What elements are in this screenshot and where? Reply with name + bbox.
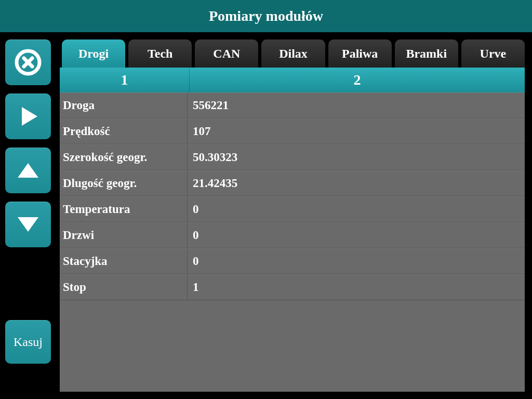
tab-paliwa[interactable]: Paliwa — [328, 39, 392, 68]
sidebar-spacer — [5, 256, 56, 312]
tab-drogi[interactable]: Drogi — [62, 39, 125, 68]
row-value-temperatura: 0 — [188, 197, 525, 222]
close-button[interactable] — [5, 39, 51, 85]
row-value-drzwi: 0 — [188, 223, 525, 248]
row-value-stop: 1 — [188, 275, 525, 300]
tab-urve[interactable]: Urve — [461, 39, 525, 68]
app-body: Kasuj Drogi Tech CAN Dilax Paliwa Bramki… — [0, 32, 532, 399]
close-circle-icon — [14, 48, 43, 77]
row-value-szerokosc: 50.30323 — [188, 145, 525, 170]
row-value-droga: 556221 — [188, 93, 525, 118]
data-table: Droga 556221 Prędkość 107 Szerokość geog… — [60, 92, 525, 392]
play-button[interactable] — [5, 94, 51, 139]
subtab-2[interactable]: 2 — [190, 68, 525, 92]
row-value-dlugosc: 21.42435 — [188, 171, 525, 196]
tab-can[interactable]: CAN — [195, 39, 258, 68]
row-label-predkosc: Prędkość — [60, 119, 188, 144]
row-value-stacyjka: 0 — [188, 249, 525, 274]
triangle-down-icon — [16, 212, 41, 237]
row-value-predkosc: 107 — [188, 119, 525, 144]
down-button[interactable] — [5, 202, 51, 247]
table-row: Stop 1 — [60, 274, 525, 300]
row-label-stop: Stop — [60, 275, 188, 300]
table-row: Stacyjka 0 — [60, 248, 525, 274]
row-label-stacyjka: Stacyjka — [60, 249, 188, 274]
table-row: Temperatura 0 — [60, 196, 525, 222]
row-label-szerokosc: Szerokość geogr. — [60, 145, 188, 170]
row-label-dlugosc: Dlugość geogr. — [60, 171, 188, 196]
subtab-1[interactable]: 1 — [60, 68, 190, 92]
svg-marker-3 — [22, 107, 37, 126]
kasuj-button[interactable]: Kasuj — [5, 320, 51, 364]
row-label-droga: Droga — [60, 93, 188, 118]
svg-marker-5 — [18, 217, 38, 232]
page-title: Pomiary modułów — [209, 8, 323, 24]
table-row: Dlugość geogr. 21.42435 — [60, 170, 525, 196]
table-row: Szerokość geogr. 50.30323 — [60, 144, 525, 170]
table-row: Prędkość 107 — [60, 118, 525, 144]
app-header: Pomiary modułów — [0, 0, 532, 32]
tab-tech[interactable]: Tech — [128, 39, 192, 68]
tab-dilax[interactable]: Dilax — [261, 39, 325, 68]
svg-marker-4 — [18, 163, 38, 178]
table-row: Droga 556221 — [60, 92, 525, 118]
row-label-drzwi: Drzwi — [60, 223, 188, 248]
main-panel: Drogi Tech CAN Dilax Paliwa Bramki Urve … — [60, 32, 532, 399]
subtabs-row: 1 2 — [60, 68, 525, 92]
tab-bramki[interactable]: Bramki — [395, 39, 458, 68]
play-icon — [16, 104, 41, 129]
table-row: Drzwi 0 — [60, 222, 525, 248]
sidebar: Kasuj — [0, 32, 60, 399]
tabs-row: Drogi Tech CAN Dilax Paliwa Bramki Urve — [60, 39, 525, 68]
triangle-up-icon — [16, 158, 41, 183]
row-label-temperatura: Temperatura — [60, 197, 188, 222]
up-button[interactable] — [5, 148, 51, 193]
